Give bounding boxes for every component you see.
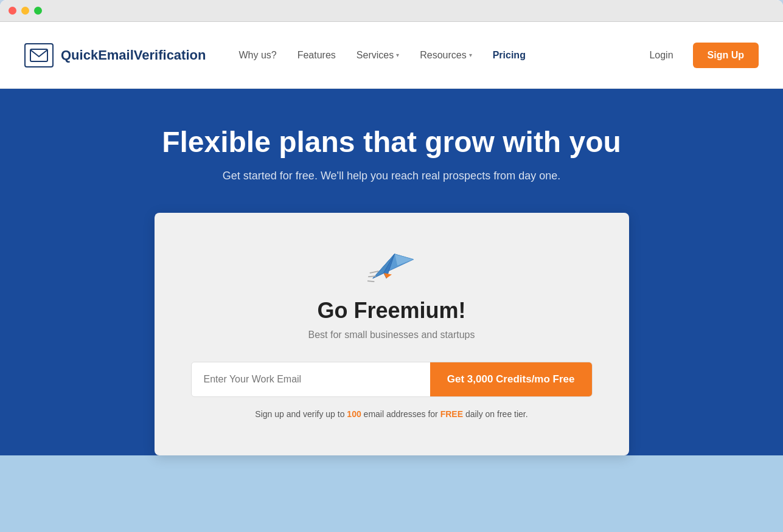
logo[interactable]: QuickEmailVerification — [24, 43, 206, 67]
paper-plane-icon — [367, 243, 416, 286]
svg-rect-0 — [30, 49, 47, 61]
disclaimer-text: Sign up and verify up to 100 email addre… — [191, 409, 593, 419]
nav-actions: Login Sign Up — [639, 43, 759, 68]
cta-button[interactable]: Get 3,000 Credits/mo Free — [430, 362, 592, 396]
resources-chevron-icon: ▾ — [469, 52, 472, 58]
hero-subtitle: Get started for free. We'll help you rea… — [24, 170, 759, 182]
email-form: Get 3,000 Credits/mo Free — [191, 362, 593, 397]
login-button[interactable]: Login — [639, 45, 683, 66]
navbar: QuickEmailVerification Why us? Features … — [0, 22, 783, 89]
card-title: Go Freemium! — [191, 298, 593, 323]
svg-line-6 — [370, 271, 378, 273]
nav-item-resources[interactable]: Resources ▾ — [411, 45, 480, 66]
maximize-dot[interactable] — [34, 7, 42, 15]
svg-line-8 — [367, 281, 374, 282]
minimize-dot[interactable] — [21, 7, 29, 15]
card-subtitle: Best for small businesses and startups — [191, 330, 593, 340]
signup-button[interactable]: Sign Up — [693, 43, 759, 68]
hero-title: Flexible plans that grow with you — [24, 125, 759, 159]
close-dot[interactable] — [9, 7, 16, 15]
app-window: QuickEmailVerification Why us? Features … — [0, 0, 783, 532]
email-input[interactable] — [192, 362, 430, 396]
svg-line-7 — [368, 276, 375, 277]
bottom-section — [0, 455, 783, 532]
logo-icon — [24, 43, 54, 67]
window-chrome — [0, 0, 783, 22]
freemium-card: Go Freemium! Best for small businesses a… — [155, 213, 629, 455]
nav-item-whyus[interactable]: Why us? — [230, 45, 285, 66]
nav-links: Why us? Features Services ▾ Resources ▾ … — [230, 45, 639, 66]
hero-section: Flexible plans that grow with you Get st… — [0, 89, 783, 455]
card-wrapper: Go Freemium! Best for small businesses a… — [24, 213, 759, 455]
services-chevron-icon: ▾ — [396, 52, 399, 58]
nav-item-pricing[interactable]: Pricing — [484, 45, 534, 66]
logo-text: QuickEmailVerification — [61, 47, 206, 63]
nav-item-services[interactable]: Services ▾ — [348, 45, 408, 66]
nav-item-features[interactable]: Features — [289, 45, 344, 66]
